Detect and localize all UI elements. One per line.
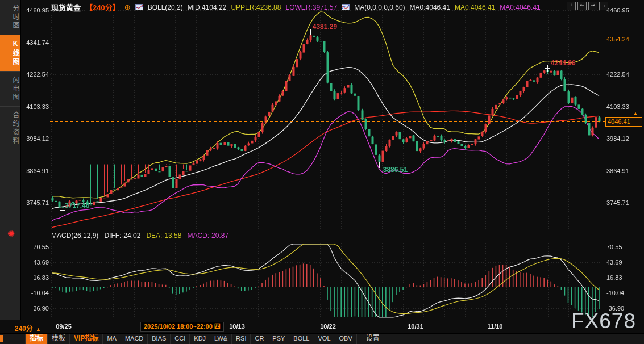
time-axis-label-10/31: 10/31 xyxy=(408,323,423,330)
period-dropdown-arrow-icon: ▲ xyxy=(36,326,41,332)
scale-left-icon[interactable]: ⇤ xyxy=(577,2,587,10)
boll-mid-value: MID:4104.22 xyxy=(188,3,227,11)
toolbar-left-marker xyxy=(0,334,26,344)
sidebar-item-contract-info[interactable]: 合约资料 xyxy=(0,107,20,150)
time-axis-label-10/13: 10/13 xyxy=(229,323,245,330)
toolbar-item-KDJ[interactable]: KDJ xyxy=(190,334,210,344)
price-annotation-4381.29: 4381.29 xyxy=(313,23,337,31)
price-axis-label-right: 3745.71 xyxy=(606,199,642,206)
toolbar-item-indicators[interactable]: 指标 xyxy=(26,334,48,344)
macd-axis-label-right: -10.04 xyxy=(606,290,642,296)
boll-upper-value: UPPER:4236.88 xyxy=(231,3,281,11)
toolbar-item-CR[interactable]: CR xyxy=(251,334,268,344)
scale-right-icon[interactable]: ⇥ xyxy=(588,2,597,10)
macd-dea-value: DEA:-13.58 xyxy=(146,232,181,240)
toolbar-item-BOLL[interactable]: BOLL xyxy=(289,334,314,344)
toolbar-item-vip-indicators[interactable]: VIP指标 xyxy=(70,334,103,344)
toolbar-item-settings[interactable]: 设置 xyxy=(362,334,384,344)
price-axis-label-left: 4460.95 xyxy=(22,7,49,14)
macd-settings-label: MACD(26,12,9) xyxy=(51,232,98,240)
macd-axis-label-right: 16.83 xyxy=(606,274,642,281)
price-axis-label-right: 3984.12 xyxy=(606,135,642,142)
sidebar-item-lightning-chart[interactable]: 闪电图 xyxy=(0,72,20,107)
time-axis-label-10/22: 10/22 xyxy=(320,323,336,330)
price-axis-label-right: 3864.91 xyxy=(606,167,642,174)
watermark: FX678 xyxy=(571,309,636,333)
macd-axis-label-left: 43.69 xyxy=(22,259,49,266)
bar-time-tooltip: 2025/10/02 18:00~22:00 四 xyxy=(140,322,224,332)
price-axis-label-left: 4341.74 xyxy=(22,39,49,46)
instrument-name: 现货黄金 xyxy=(51,2,81,12)
period-selector[interactable]: 240分▲ xyxy=(15,323,41,333)
add-overlay-icon[interactable]: ⊕ xyxy=(124,3,131,11)
boll-settings-label: BOLL(20,2) xyxy=(148,3,183,11)
sidebar-item-timeline-chart[interactable]: 分时图 xyxy=(0,0,20,35)
price-axis-label-right: 4222.54 xyxy=(606,71,642,78)
price-annotation-4244.96: 4244.96 xyxy=(551,59,575,67)
macd-macd-value: MACD:-20.87 xyxy=(187,232,228,240)
toolbar-item-CCI[interactable]: CCI xyxy=(171,334,190,344)
time-axis-label-11/10: 11/10 xyxy=(488,323,503,330)
price-axis-label-left: 4222.54 xyxy=(22,71,49,78)
chart-mode-sidebar: 分时图 K线图 闪电图 合约资料 xyxy=(0,0,21,320)
toolbar-item-VOL[interactable]: VOL xyxy=(314,334,335,344)
macd-axis-label-right: 70.55 xyxy=(606,244,642,250)
toolbar-item-PSY[interactable]: PSY xyxy=(268,334,289,344)
price-axis-label-left: 4103.33 xyxy=(22,103,49,110)
period-selector-label: 240分 xyxy=(15,325,33,333)
price-axis-label-left: 3984.12 xyxy=(22,135,49,142)
toolbar-item-OBV[interactable]: OBV xyxy=(335,334,357,344)
macd-diff-value: DIFF:-24.02 xyxy=(104,232,140,240)
toolbar-item-templates[interactable]: 模板 xyxy=(48,334,70,344)
indicator-toolbar: 指标模板VIP指标MAMACDBIASCCIKDJLW&RSICRPSYBOLL… xyxy=(0,333,644,344)
macd-legend: MACD(26,12,9) DIFF:-24.02 DEA:-13.58 MAC… xyxy=(51,232,228,240)
ma-value-2: MA0:4046.41 xyxy=(455,3,495,11)
price-axis-label-left: 3745.71 xyxy=(22,199,49,206)
ma-value-1: MA0:4046.41 xyxy=(410,3,450,11)
price-up-arrow-icon: ▲ xyxy=(633,111,638,116)
toolbar-item-LW[interactable]: LW& xyxy=(210,334,232,344)
macd-axis-label-right: 43.69 xyxy=(606,259,642,266)
price-axis-label-left: 3864.91 xyxy=(22,167,49,174)
ma-value-3: MA0:4046.41 xyxy=(500,3,540,11)
toolbar-item-MACD[interactable]: MACD xyxy=(121,334,148,344)
toolbar-item-MA[interactable]: MA xyxy=(103,334,121,344)
boll-lower-value: LOWER:3971.57 xyxy=(285,3,337,11)
price-annotation-3717.46: 3717.46 xyxy=(65,202,89,209)
macd-axis-label-left: 70.55 xyxy=(22,244,49,250)
trading-app-window: 分时图 K线图 闪电图 合约资料 ✺ 现货黄金 【240分】 ⊕ BOLL(20… xyxy=(0,0,644,344)
macd-axis-label-left: 16.83 xyxy=(22,274,49,281)
price-axis-label-right: 4103.33 xyxy=(606,103,642,110)
toolbar-item-RSI[interactable]: RSI xyxy=(232,334,251,344)
price-annotation-3886.51: 3886.51 xyxy=(383,166,408,174)
alert-icon[interactable]: ✺ xyxy=(7,229,15,238)
price-axis-label-right: 4460.95 xyxy=(606,7,642,14)
session-high-label: 4354.24 xyxy=(606,36,642,43)
time-axis-label-09/25: 09/25 xyxy=(56,323,72,330)
period-label: 【240分】 xyxy=(85,2,120,12)
crosshair-tool-icon[interactable]: + xyxy=(567,2,576,10)
sidebar-item-candlestick-chart[interactable]: K线图 xyxy=(0,35,20,72)
chart-tool-buttons: +⇤⇥→ xyxy=(567,2,608,10)
last-price-tag: 4046.41 xyxy=(605,117,642,127)
macd-axis-label-left: -10.04 xyxy=(22,290,49,296)
boll-indicator-icon xyxy=(135,4,143,10)
price-chart-canvas[interactable] xyxy=(0,0,644,344)
ma-settings-label: MA(0,0,0,0,0,60) xyxy=(354,3,405,11)
macd-axis-label-left: -36.90 xyxy=(22,305,49,312)
toolbar-item-BIAS[interactable]: BIAS xyxy=(148,334,171,344)
chart-legend: 现货黄金 【240分】 ⊕ BOLL(20,2) MID:4104.22 UPP… xyxy=(51,2,541,12)
ma-indicator-icon xyxy=(342,4,350,10)
